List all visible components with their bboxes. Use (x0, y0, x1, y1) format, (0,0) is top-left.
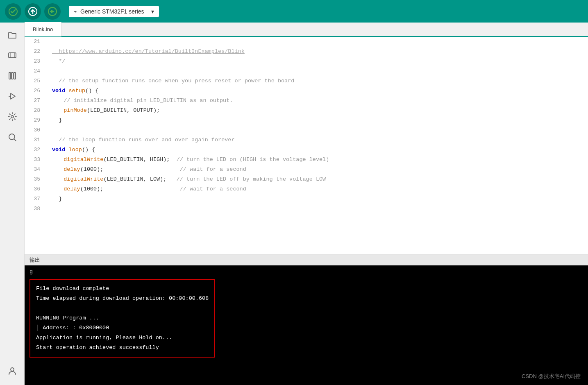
sidebar-item-settings[interactable] (3, 108, 21, 126)
code-line-24: 24 (25, 66, 588, 76)
sidebar-item-library[interactable] (3, 67, 21, 85)
svg-rect-9 (9, 72, 11, 79)
sidebar-item-folder[interactable] (3, 26, 21, 44)
output-label-text: 输出 (30, 256, 40, 264)
code-line-33: 33 digitalWrite(LED_BUILTIN, HIGH); // t… (25, 155, 588, 165)
board-selector[interactable]: ⌁ Generic STM32F1 series ▾ (69, 6, 159, 17)
code-line-22: 22 https://www.arduino.cc/en/Tutorial/Bu… (25, 47, 588, 57)
output-line-5: │ Address: : 0x8000000 (36, 323, 209, 333)
code-editor[interactable]: 21 22 https://www.arduino.cc/en/Tutorial… (25, 37, 588, 254)
output-line-6: Application is running, Please Hold on..… (36, 333, 209, 343)
code-line-27: 27 // initialize digital pin LED_BUILTIN… (25, 96, 588, 106)
usb-icon: ⌁ (74, 8, 77, 15)
svg-rect-6 (9, 53, 16, 58)
code-line-38: 38 (25, 204, 588, 214)
output-content[interactable]: g File download complete Time elapsed du… (25, 265, 588, 385)
code-line-36: 36 delay(1000); // wait for a second (25, 184, 588, 194)
code-line-26: 26 void setup() { (25, 86, 588, 96)
main-layout: Blink.ino 21 22 https://www.arduino.cc/e… (0, 23, 588, 385)
sidebar-item-board[interactable] (3, 46, 21, 64)
debug-button[interactable] (44, 3, 61, 20)
output-line-3 (36, 303, 209, 313)
chevron-down-icon: ▾ (151, 8, 154, 15)
toolbar: ⌁ Generic STM32F1 series ▾ (0, 0, 588, 23)
tab-label: Blink.ino (33, 26, 53, 32)
tab-blink[interactable]: Blink.ino (25, 22, 61, 36)
code-line-32: 32 void loop() { (25, 145, 588, 155)
sidebar-item-user[interactable] (3, 362, 21, 380)
code-line-31: 31 // the loop function runs over and ov… (25, 135, 588, 145)
svg-marker-12 (11, 93, 15, 99)
sidebar-item-debug[interactable] (3, 87, 21, 105)
output-panel: 输出 g File download complete Time elapsed… (25, 254, 588, 385)
svg-line-16 (14, 139, 16, 141)
code-line-29: 29 } (25, 116, 588, 125)
code-line-21: 21 (25, 37, 588, 47)
output-box: File download complete Time elapsed duri… (30, 279, 215, 358)
csdn-watermark: CSDN @技术宅AI代码控 (522, 373, 581, 380)
content: Blink.ino 21 22 https://www.arduino.cc/e… (25, 23, 588, 385)
svg-rect-11 (14, 72, 16, 79)
sidebar-item-search[interactable] (3, 128, 21, 146)
code-line-25: 25 // the setup function runs once when … (25, 76, 588, 86)
upload-button[interactable] (25, 3, 41, 20)
output-label: 输出 (25, 254, 588, 265)
code-line-37: 37 } (25, 194, 588, 204)
sidebar (0, 23, 25, 385)
code-line-35: 35 digitalWrite(LED_BUILTIN, LOW); // tu… (25, 174, 588, 184)
board-name: Generic STM32F1 series (80, 8, 144, 15)
svg-rect-10 (11, 72, 13, 79)
tab-bar: Blink.ino (25, 23, 588, 37)
code-line-34: 34 delay(1000); // wait for a second (25, 165, 588, 174)
output-line-1: File download complete (36, 284, 209, 294)
svg-marker-4 (51, 10, 54, 13)
output-line-4: RUNNING Program ... (36, 313, 209, 323)
code-line-30: 30 (25, 125, 588, 135)
output-line-2: Time elapsed during download operation: … (36, 294, 209, 303)
output-line-7: Start operation achieved successfully (36, 343, 209, 353)
svg-point-14 (11, 116, 14, 118)
verify-button[interactable] (5, 3, 21, 20)
code-line-28: 28 pinMode(LED_BUILTIN, OUTPUT); (25, 106, 588, 116)
svg-point-17 (11, 368, 14, 371)
code-line-23: 23 */ (25, 57, 588, 66)
output-scrolled: g (30, 269, 583, 275)
